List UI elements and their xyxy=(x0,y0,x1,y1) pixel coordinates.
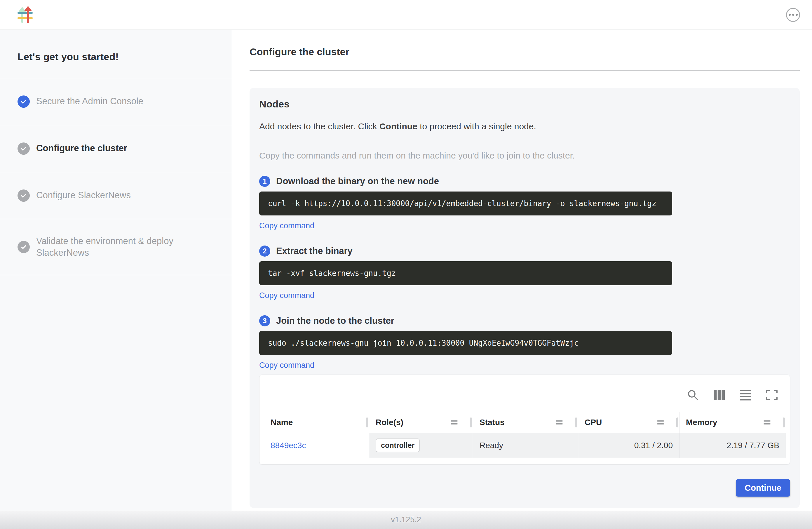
column-resize-handle[interactable] xyxy=(366,417,368,427)
density-icon[interactable] xyxy=(739,389,752,401)
sidebar-step-label: Secure the Admin Console xyxy=(36,96,143,107)
step-3-heading: 3 Join the node to the cluster xyxy=(259,315,790,326)
column-menu-icon[interactable] xyxy=(556,420,563,425)
check-circle-complete-icon xyxy=(17,96,30,108)
node-name-link[interactable]: 8849ec3c xyxy=(271,441,306,450)
fullscreen-icon[interactable] xyxy=(765,389,778,401)
role-chip: controller xyxy=(376,439,420,452)
sidebar-step-label: Configure the cluster xyxy=(36,142,127,154)
column-header-cpu[interactable]: CPU xyxy=(578,412,680,433)
main-content: Configure the cluster Nodes Add nodes to… xyxy=(232,30,812,511)
cell-node-name: 8849ec3c xyxy=(264,433,369,458)
cell-node-cpu: 0.31 / 2.00 xyxy=(578,433,680,458)
step-1-copy-command-link[interactable]: Copy command xyxy=(259,221,314,230)
step-2-heading: 2 Extract the binary xyxy=(259,245,790,257)
view-columns-icon[interactable] xyxy=(713,389,726,401)
sidebar-title: Let's get you started! xyxy=(17,51,214,62)
column-header-name[interactable]: Name xyxy=(264,412,369,433)
step-1-number-badge: 1 xyxy=(259,176,270,187)
check-circle-pending-icon xyxy=(17,189,30,202)
table-row-node: 8849ec3c controller Ready 0.31 / 2.00 2.… xyxy=(264,433,786,458)
step-3-copy-command-link[interactable]: Copy command xyxy=(259,361,314,370)
nodes-card-title: Nodes xyxy=(259,98,790,110)
nodes-table: Name Role(s) Status xyxy=(264,412,786,464)
column-menu-icon[interactable] xyxy=(657,420,664,425)
step-2-number-badge: 2 xyxy=(259,245,270,257)
column-resize-handle[interactable] xyxy=(470,417,472,427)
app-footer: v1.125.2 xyxy=(0,511,812,529)
nodes-intro-text: Add nodes to the cluster. Click Continue… xyxy=(259,121,790,131)
nodes-card: Nodes Add nodes to the cluster. Click Co… xyxy=(249,88,800,508)
column-resize-handle[interactable] xyxy=(575,417,577,427)
slackernews-logo-icon xyxy=(17,6,33,24)
ellipsis-icon xyxy=(789,14,791,16)
table-header-row: Name Role(s) Status xyxy=(264,412,786,433)
step-2-copy-command-link[interactable]: Copy command xyxy=(259,291,314,300)
check-circle-pending-icon xyxy=(17,142,30,155)
more-options-button[interactable] xyxy=(786,8,800,22)
sidebar-step-validate-deploy: Validate the environment & deploy Slacke… xyxy=(0,219,232,275)
column-header-roles[interactable]: Role(s) xyxy=(369,412,473,433)
column-resize-handle[interactable] xyxy=(783,417,785,427)
sidebar-step-secure-admin-console: Secure the Admin Console xyxy=(0,78,232,125)
column-resize-handle[interactable] xyxy=(676,417,678,427)
step-1-heading: 1 Download the binary on the new node xyxy=(259,176,790,187)
step-3-command-code: sudo ./slackernews-gnu join 10.0.0.11:30… xyxy=(259,331,672,355)
check-circle-pending-icon xyxy=(17,241,30,253)
column-header-memory[interactable]: Memory xyxy=(680,412,786,433)
page-title: Configure the cluster xyxy=(249,46,800,58)
divider xyxy=(249,70,800,71)
cell-node-memory: 2.19 / 7.77 GB xyxy=(680,433,786,458)
column-header-status[interactable]: Status xyxy=(473,412,578,433)
step-1-command-code: curl -k https://10.0.0.11:30000/api/v1/e… xyxy=(259,191,672,215)
continue-button[interactable]: Continue xyxy=(736,479,790,497)
step-2-command-code: tar -xvf slackernews-gnu.tgz xyxy=(259,261,672,285)
version-label: v1.125.2 xyxy=(391,515,421,524)
app-header xyxy=(0,0,812,30)
sidebar-step-configure-cluster: Configure the cluster xyxy=(0,125,232,172)
sidebar-step-label: Configure SlackerNews xyxy=(36,189,131,201)
cell-node-roles: controller xyxy=(369,433,473,458)
table-toolbar xyxy=(260,375,790,412)
cell-node-status: Ready xyxy=(473,433,578,458)
sidebar-step-label: Validate the environment & deploy Slacke… xyxy=(36,235,205,259)
step-3-number-badge: 3 xyxy=(259,315,270,326)
column-menu-icon[interactable] xyxy=(764,420,771,425)
column-menu-icon[interactable] xyxy=(451,420,458,425)
table-footer-spacer xyxy=(264,458,786,464)
sidebar-step-configure-slackernews: Configure SlackerNews xyxy=(0,172,232,219)
search-icon[interactable] xyxy=(686,389,699,401)
setup-steps-sidebar: Let's get you started! Secure the Admin … xyxy=(0,30,232,511)
copy-commands-hint: Copy the commands and run them on the ma… xyxy=(259,151,790,160)
nodes-table-card: Name Role(s) Status xyxy=(259,374,790,464)
